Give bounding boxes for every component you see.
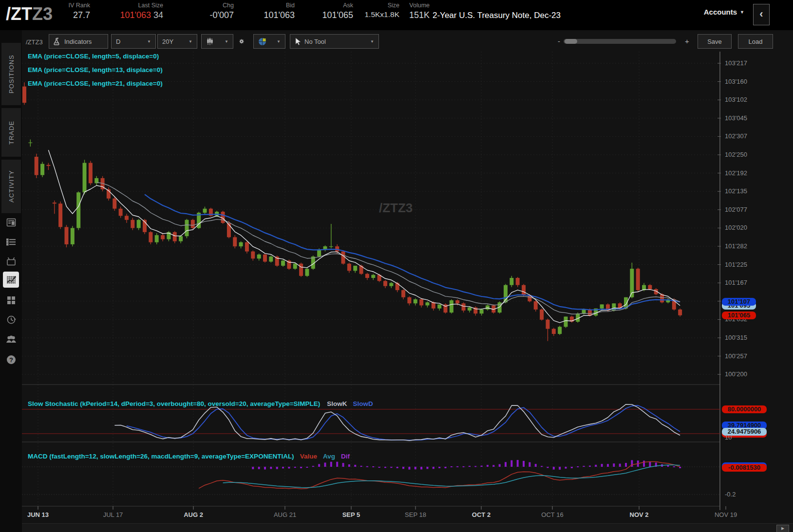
zoom-slider[interactable] — [564, 39, 676, 44]
price-bubble: 101'065 — [722, 312, 756, 319]
field-label: Last Size — [90, 2, 163, 9]
collapse-panel-button[interactable]: ‹ — [753, 4, 770, 25]
stochastic-study-label[interactable]: Slow Stochastic (kPeriod=14, dPeriod=3, … — [28, 400, 373, 407]
scroll-right-button[interactable]: ▶ — [776, 525, 789, 532]
macd-axis-label: -0.2 — [725, 491, 736, 498]
price-axis-label: 103'160 — [725, 78, 747, 85]
slowd-legend: SlowD — [353, 400, 373, 407]
slowk-legend: SlowK — [327, 400, 347, 407]
field-value: 1.5Kx1.8K — [353, 10, 399, 19]
field-value: 27.7 — [34, 10, 90, 20]
time-scrollbar[interactable]: ▶ — [22, 523, 793, 532]
price-axis-label: 100'315 — [725, 334, 747, 341]
date-axis-label: SEP 5 — [342, 511, 360, 518]
sidebar-tab-activity[interactable]: ACTIVITY — [1, 160, 21, 213]
price-bubble: 101'107 — [722, 298, 756, 306]
quote-field-iv-rank: IV Rank 27.7 — [34, 2, 90, 20]
drawing-tool-dropdown[interactable]: No Tool▼ — [290, 34, 379, 49]
date-axis-label: SEP 18 — [405, 511, 426, 518]
pattern-icon — [258, 37, 266, 46]
save-button[interactable]: Save — [698, 34, 732, 49]
field-label: Chg — [163, 2, 234, 9]
field-value: -0'007 — [163, 10, 234, 20]
quote-field-volume: Volume 151K — [399, 2, 430, 20]
tv-icon[interactable] — [3, 253, 19, 269]
gear-icon — [239, 37, 244, 46]
zoom-slider-handle[interactable] — [565, 39, 577, 44]
chevron-down-icon: ▼ — [185, 39, 192, 44]
period-dropdown[interactable]: D▼ — [111, 34, 156, 49]
price-axis-label: 102'307 — [725, 132, 747, 140]
ema13-study-label[interactable]: EMA (price=CLOSE, length=13, displace=0) — [28, 66, 163, 73]
chart-panel: /ZTZ3 Indicators D▼ 20Y▼ ▼ ▼ — [22, 30, 793, 532]
zoom-in-button[interactable]: + — [685, 37, 689, 45]
field-label: Size — [353, 2, 399, 9]
chart-type-dropdown[interactable]: ▼ — [201, 34, 233, 49]
toolbar-symbol-label: /ZTZ3 — [26, 38, 43, 46]
beaker-icon — [54, 37, 61, 45]
price-axis-label: 101'167 — [725, 279, 747, 286]
range-dropdown[interactable]: 20Y▼ — [157, 34, 197, 49]
macd-dif-legend: Dif — [341, 453, 350, 460]
chevron-down-icon: ▼ — [221, 39, 228, 44]
symbol-root: /ZT — [6, 4, 32, 24]
quote-header: /ZTZ3 IV Rank 27.7 Last Size 101'06334 C… — [0, 0, 793, 30]
macd-avg-legend: Avg — [323, 453, 335, 460]
price-axis-label: 100'200 — [725, 370, 747, 378]
charts-icon[interactable] — [3, 272, 19, 288]
load-button[interactable]: Load — [738, 34, 773, 49]
zoom-out-button[interactable]: - — [558, 37, 560, 45]
date-axis-label: AUG 21 — [274, 511, 296, 518]
ema21-study-label[interactable]: EMA (price=CLOSE, length=21, displace=0) — [28, 80, 163, 87]
field-label: Volume — [399, 2, 430, 9]
chevron-down-icon: ▼ — [740, 10, 744, 15]
history-icon[interactable] — [3, 312, 19, 328]
watchlist-icon[interactable] — [3, 234, 19, 250]
chart-watermark: /ZTZ3 — [379, 201, 413, 215]
chevron-down-icon: ▼ — [143, 39, 151, 44]
help-icon[interactable]: ? — [3, 351, 19, 367]
quote-field-bid: Bid 101'063 — [234, 2, 295, 20]
stochastic-axis-label: 10 — [725, 434, 732, 441]
last-price: 101'063 — [120, 10, 151, 20]
price-axis-label: 102'020 — [725, 224, 747, 231]
sidebar-tab-positions[interactable]: POSITIONS — [1, 43, 21, 105]
price-axis-label: 101'282 — [725, 242, 747, 250]
date-axis-label: AUG 2 — [184, 511, 203, 518]
field-value: 101'063 — [234, 10, 295, 20]
apps-grid-icon[interactable] — [3, 292, 19, 308]
cursor-icon — [295, 37, 302, 45]
accounts-dropdown[interactable]: Accounts▼ — [704, 8, 744, 16]
instrument-description: 2-Year U.S. Treasury Note, Dec-23 — [433, 11, 561, 20]
price-axis-label: 102'077 — [725, 206, 747, 213]
chart-settings-button[interactable] — [235, 34, 251, 49]
date-axis-label: OCT 2 — [472, 511, 491, 518]
price-axis-label: 101'225 — [725, 261, 747, 268]
price-axis-label: 103'217 — [725, 59, 747, 67]
field-value: 101'065 — [295, 10, 353, 20]
last-size: 34 — [153, 10, 163, 20]
quote-field-chg: Chg -0'007 — [163, 2, 234, 20]
price-axis-label: 102'192 — [725, 169, 747, 177]
community-icon[interactable] — [3, 331, 19, 347]
macd-params: MACD (fastLength=12, slowLength=26, macd… — [28, 453, 294, 460]
price-axis-label: 103'102 — [725, 96, 747, 103]
range-value: 20Y — [162, 38, 173, 45]
chevron-down-icon: ▼ — [366, 39, 374, 44]
quote-field-ask: Ask 101'065 — [295, 2, 353, 20]
macd-study-label[interactable]: MACD (fastLength=12, slowLength=26, macd… — [28, 453, 350, 460]
ema5-study-label[interactable]: EMA (price=CLOSE, length=5, displace=0) — [28, 53, 159, 60]
chevron-down-icon: ▼ — [273, 39, 281, 44]
field-value: 101'06334 — [90, 10, 163, 20]
field-value: 151K — [399, 10, 430, 20]
indicators-button[interactable]: Indicators — [49, 34, 108, 49]
sidebar-tab-trade[interactable]: TRADE — [1, 108, 21, 157]
trading-platform-window: /ZTZ3 IV Rank 27.7 Last Size 101'06334 C… — [0, 0, 793, 532]
news-icon[interactable] — [3, 214, 19, 230]
macd-value-bubble: -0.0081530 — [722, 464, 767, 472]
price-axis-label: 102'135 — [725, 187, 747, 195]
pattern-tool-dropdown[interactable]: ▼ — [253, 34, 285, 49]
quote-field-size: Size 1.5Kx1.8K — [353, 2, 399, 19]
price-axis-label: 103'045 — [725, 114, 747, 122]
price-axis-label: 102'250 — [725, 151, 747, 158]
